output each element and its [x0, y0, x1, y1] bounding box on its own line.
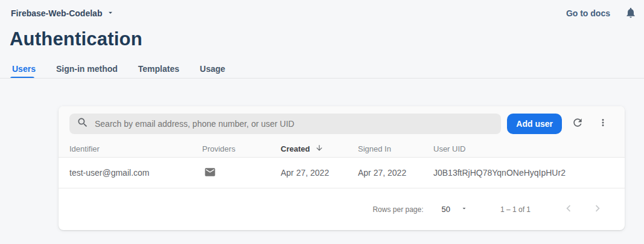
users-toolbar: Add user: [59, 106, 625, 141]
refresh-button[interactable]: [568, 114, 587, 133]
cell-providers: [202, 166, 281, 180]
topbar-actions: Go to docs: [566, 7, 637, 21]
cell-identifier: test-user@gmail.com: [69, 168, 202, 178]
table-footer: Rows per page: 50 1 – 1 of 1: [59, 188, 625, 230]
chevron-left-icon: [562, 202, 575, 217]
tab-sign-in-method[interactable]: Sign-in method: [56, 64, 118, 74]
kebab-menu-icon: [598, 117, 608, 130]
search-box: [69, 114, 501, 134]
tab-templates[interactable]: Templates: [138, 64, 179, 74]
column-header-providers: Providers: [202, 144, 281, 153]
search-icon: [77, 117, 89, 131]
cell-signed-in: Apr 27, 2022: [358, 168, 433, 178]
rows-per-page-value: 50: [441, 205, 450, 214]
search-input[interactable]: [95, 119, 494, 129]
column-header-created[interactable]: Created: [281, 144, 358, 154]
email-provider-icon: [204, 166, 216, 180]
tabs-divider: [0, 78, 644, 79]
users-card: Add user Identifier Providers Created: [59, 106, 625, 230]
rows-per-page-select[interactable]: 50: [441, 205, 467, 214]
firebase-auth-page: Firebase-Web-Codelab Go to docs Authenti…: [0, 0, 644, 244]
tab-usage[interactable]: Usage: [200, 64, 225, 74]
chevron-right-icon: [591, 202, 604, 217]
caret-down-icon: [461, 205, 468, 214]
column-header-user-uid: User UID: [433, 144, 625, 153]
tab-users[interactable]: Users: [12, 64, 36, 74]
table-header-row: Identifier Providers Created Signed In U…: [59, 141, 625, 158]
table-row[interactable]: test-user@gmail.com Apr 27, 2022 Apr 27,…: [59, 158, 625, 188]
column-header-signed-in: Signed In: [358, 144, 433, 153]
rows-per-page-label: Rows per page:: [372, 205, 423, 214]
overflow-menu-button[interactable]: [593, 114, 613, 133]
notifications-button[interactable]: [625, 7, 637, 21]
cell-user-uid: J0B13ftRjHQ78YqnONeHyqIpHUr2: [433, 168, 625, 178]
add-user-button[interactable]: Add user: [507, 114, 562, 134]
arrow-down-icon: [315, 144, 324, 154]
column-header-identifier: Identifier: [69, 144, 202, 153]
project-selector[interactable]: Firebase-Web-Codelab: [11, 8, 115, 19]
go-to-docs-link[interactable]: Go to docs: [566, 8, 610, 18]
page-range-label: 1 – 1 of 1: [500, 205, 531, 214]
next-page-button[interactable]: [591, 202, 604, 217]
tab-bar: Users Sign-in method Templates Usage: [12, 64, 225, 74]
column-header-created-label: Created: [281, 144, 310, 153]
project-name: Firebase-Web-Codelab: [11, 8, 102, 18]
refresh-icon: [572, 117, 584, 130]
cell-created: Apr 27, 2022: [281, 168, 358, 178]
bell-icon: [625, 7, 637, 21]
caret-down-icon: [106, 8, 115, 19]
page-title: Authentication: [10, 28, 142, 50]
topbar: Firebase-Web-Codelab Go to docs: [0, 0, 644, 27]
previous-page-button[interactable]: [562, 202, 575, 217]
